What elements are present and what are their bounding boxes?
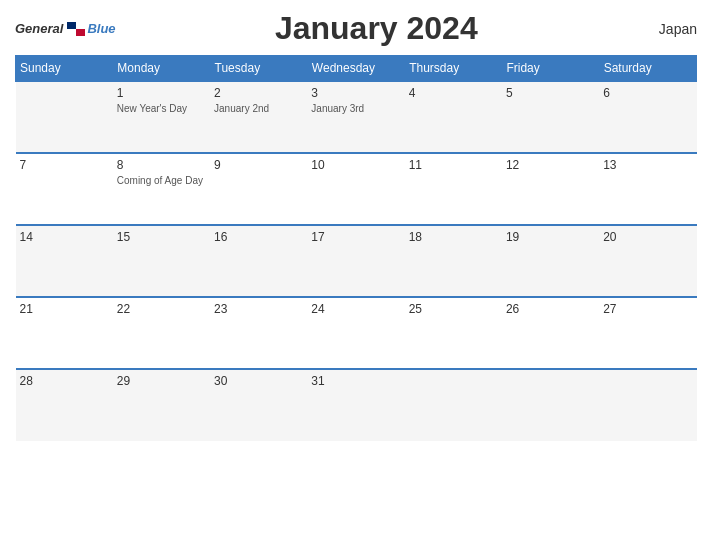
svg-rect-1: [67, 22, 76, 29]
svg-rect-4: [76, 22, 85, 29]
holiday-label: January 2nd: [214, 102, 303, 115]
month-title: January 2024: [116, 10, 637, 47]
calendar-day-cell: 5: [502, 81, 599, 153]
calendar-day-cell: 27: [599, 297, 696, 369]
calendar-day-cell: 26: [502, 297, 599, 369]
calendar-day-cell: [405, 369, 502, 441]
calendar-table: SundayMondayTuesdayWednesdayThursdayFrid…: [15, 55, 697, 441]
calendar-header: General Blue January 2024 Japan: [15, 10, 697, 47]
calendar-day-cell: [16, 81, 113, 153]
day-number: 1: [117, 86, 206, 100]
day-number: 3: [311, 86, 400, 100]
calendar-day-cell: 31: [307, 369, 404, 441]
logo-blue: Blue: [87, 21, 115, 36]
day-number: 4: [409, 86, 498, 100]
calendar-day-cell: 28: [16, 369, 113, 441]
calendar-day-cell: 22: [113, 297, 210, 369]
day-number: 11: [409, 158, 498, 172]
weekday-header: Wednesday: [307, 56, 404, 82]
calendar-day-cell: 1New Year's Day: [113, 81, 210, 153]
day-number: 20: [603, 230, 692, 244]
calendar-day-cell: 12: [502, 153, 599, 225]
calendar-page: General Blue January 2024 Japan SundayMo…: [0, 0, 712, 550]
day-number: 21: [20, 302, 109, 316]
day-number: 31: [311, 374, 400, 388]
calendar-week-row: 14151617181920: [16, 225, 697, 297]
day-number: 6: [603, 86, 692, 100]
calendar-day-cell: 17: [307, 225, 404, 297]
weekday-header: Saturday: [599, 56, 696, 82]
calendar-day-cell: 9: [210, 153, 307, 225]
calendar-day-cell: 3January 3rd: [307, 81, 404, 153]
day-number: 9: [214, 158, 303, 172]
day-number: 10: [311, 158, 400, 172]
svg-rect-2: [76, 29, 85, 36]
day-number: 28: [20, 374, 109, 388]
day-number: 8: [117, 158, 206, 172]
calendar-day-cell: 16: [210, 225, 307, 297]
calendar-day-cell: 7: [16, 153, 113, 225]
calendar-day-cell: 20: [599, 225, 696, 297]
calendar-day-cell: 25: [405, 297, 502, 369]
day-number: 14: [20, 230, 109, 244]
calendar-day-cell: [599, 369, 696, 441]
day-number: 19: [506, 230, 595, 244]
calendar-day-cell: 14: [16, 225, 113, 297]
day-number: 15: [117, 230, 206, 244]
calendar-day-cell: 18: [405, 225, 502, 297]
weekday-header: Sunday: [16, 56, 113, 82]
calendar-day-cell: 10: [307, 153, 404, 225]
flag-icon: [67, 22, 85, 36]
calendar-day-cell: 2January 2nd: [210, 81, 307, 153]
day-number: 5: [506, 86, 595, 100]
calendar-week-row: 1New Year's Day2January 2nd3January 3rd4…: [16, 81, 697, 153]
calendar-day-cell: 21: [16, 297, 113, 369]
calendar-day-cell: 6: [599, 81, 696, 153]
day-number: 25: [409, 302, 498, 316]
day-number: 27: [603, 302, 692, 316]
calendar-day-cell: 11: [405, 153, 502, 225]
country-label: Japan: [637, 21, 697, 37]
calendar-day-cell: [502, 369, 599, 441]
calendar-day-cell: 8Coming of Age Day: [113, 153, 210, 225]
day-number: 2: [214, 86, 303, 100]
day-number: 7: [20, 158, 109, 172]
day-number: 18: [409, 230, 498, 244]
day-number: 13: [603, 158, 692, 172]
day-number: 24: [311, 302, 400, 316]
calendar-week-row: 78Coming of Age Day910111213: [16, 153, 697, 225]
calendar-day-cell: 13: [599, 153, 696, 225]
calendar-day-cell: 19: [502, 225, 599, 297]
calendar-day-cell: 30: [210, 369, 307, 441]
weekday-header: Thursday: [405, 56, 502, 82]
day-number: 29: [117, 374, 206, 388]
holiday-label: New Year's Day: [117, 102, 206, 115]
calendar-day-cell: 23: [210, 297, 307, 369]
day-number: 16: [214, 230, 303, 244]
day-number: 26: [506, 302, 595, 316]
calendar-day-cell: 24: [307, 297, 404, 369]
calendar-week-row: 21222324252627: [16, 297, 697, 369]
weekday-header: Monday: [113, 56, 210, 82]
day-number: 23: [214, 302, 303, 316]
holiday-label: January 3rd: [311, 102, 400, 115]
holiday-label: Coming of Age Day: [117, 174, 206, 187]
weekday-header: Friday: [502, 56, 599, 82]
weekday-header: Tuesday: [210, 56, 307, 82]
weekday-header-row: SundayMondayTuesdayWednesdayThursdayFrid…: [16, 56, 697, 82]
calendar-day-cell: 15: [113, 225, 210, 297]
logo: General Blue: [15, 21, 116, 36]
day-number: 17: [311, 230, 400, 244]
day-number: 12: [506, 158, 595, 172]
calendar-week-row: 28293031: [16, 369, 697, 441]
calendar-day-cell: 29: [113, 369, 210, 441]
svg-rect-3: [67, 29, 76, 36]
logo-general: General: [15, 21, 63, 36]
day-number: 30: [214, 374, 303, 388]
calendar-day-cell: 4: [405, 81, 502, 153]
day-number: 22: [117, 302, 206, 316]
